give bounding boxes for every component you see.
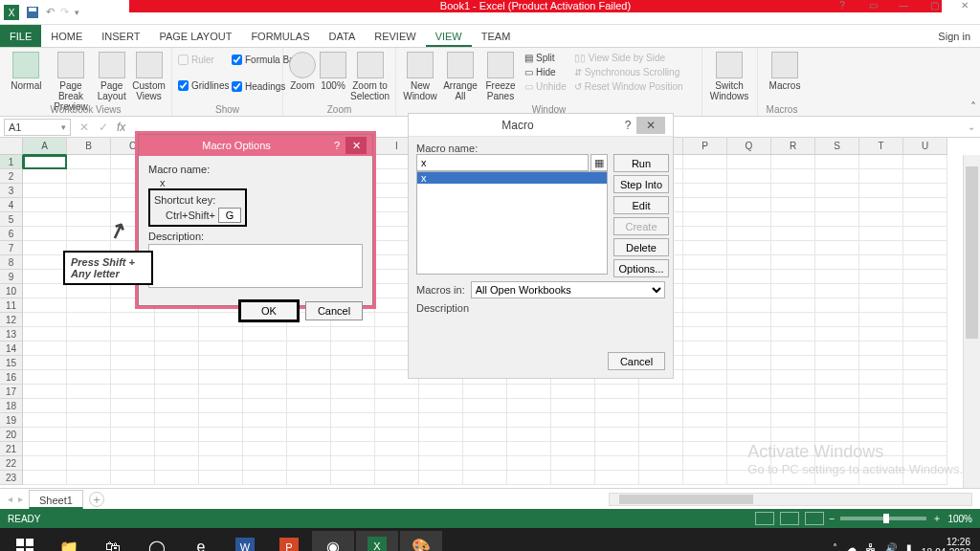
enter-formula-icon[interactable]: ✓ bbox=[94, 121, 113, 134]
switch-windows-button[interactable]: Switch Windows bbox=[706, 50, 752, 103]
zoom-100-button[interactable]: 100% bbox=[318, 50, 348, 103]
help-icon[interactable]: ? bbox=[619, 119, 636, 132]
chevron-down-icon[interactable]: ▾ bbox=[61, 122, 66, 132]
new-sheet-button[interactable]: ＋ bbox=[89, 492, 104, 507]
tab-formulas[interactable]: FORMULAS bbox=[241, 25, 319, 47]
qat-dropdown-icon[interactable]: ▾ bbox=[75, 8, 79, 17]
macros-in-select[interactable]: All Open Workbooks bbox=[471, 281, 665, 298]
collapse-ribbon-icon[interactable]: ˄ bbox=[970, 100, 976, 114]
zoom-out-icon[interactable]: − bbox=[830, 514, 835, 524]
help-icon[interactable]: ? bbox=[827, 0, 858, 12]
macro-name-input[interactable] bbox=[416, 154, 589, 171]
sign-in-link[interactable]: Sign in bbox=[928, 25, 980, 47]
tab-page-layout[interactable]: PAGE LAYOUT bbox=[149, 25, 241, 47]
maximize-icon[interactable]: ▢ bbox=[919, 0, 949, 12]
svg-text:X: X bbox=[373, 540, 381, 551]
svg-rect-5 bbox=[26, 539, 33, 546]
file-explorer-icon[interactable]: 📁 bbox=[48, 531, 90, 551]
undo-icon[interactable]: ↶ bbox=[46, 6, 55, 18]
macros-button[interactable]: Macros bbox=[762, 50, 808, 93]
tab-view[interactable]: VIEW bbox=[426, 25, 472, 47]
start-button[interactable] bbox=[4, 531, 46, 551]
reference-icon[interactable]: ▦ bbox=[590, 154, 608, 171]
cortana-icon[interactable]: ◯ bbox=[136, 531, 178, 551]
onedrive-icon[interactable]: ☁ bbox=[847, 542, 857, 552]
expand-formula-bar-icon[interactable]: ⌄ bbox=[963, 121, 980, 132]
group-label: Workbook Views bbox=[0, 104, 171, 115]
volume-icon[interactable]: 🔊 bbox=[885, 542, 897, 552]
powerpoint-icon[interactable]: P bbox=[268, 531, 310, 551]
ok-button[interactable]: OK bbox=[240, 301, 298, 320]
shortcut-key-input[interactable] bbox=[218, 208, 241, 223]
split-button[interactable]: ▤ Split bbox=[523, 52, 568, 64]
zoom-in-icon[interactable]: ＋ bbox=[932, 512, 942, 525]
gridlines-checkbox[interactable] bbox=[178, 80, 189, 91]
clock[interactable]: 12:2618-04-2020 bbox=[922, 537, 970, 551]
close-icon[interactable]: ✕ bbox=[949, 0, 980, 12]
tab-file[interactable]: FILE bbox=[0, 25, 41, 47]
tab-team[interactable]: TEAM bbox=[472, 25, 521, 47]
horizontal-scrollbar[interactable] bbox=[609, 493, 972, 506]
minimize-icon[interactable]: — bbox=[888, 0, 919, 12]
vertical-scrollbar[interactable] bbox=[963, 155, 980, 488]
macro-name-label: Macro name: bbox=[416, 143, 665, 154]
formula-bar-checkbox[interactable] bbox=[232, 55, 242, 65]
edit-button[interactable]: Edit bbox=[613, 196, 669, 214]
page-break-view-icon[interactable] bbox=[805, 512, 824, 525]
battery-icon[interactable]: ▮ bbox=[906, 542, 912, 552]
fx-icon[interactable]: fx bbox=[113, 121, 129, 134]
status-bar: READY − ＋ 100% bbox=[0, 509, 980, 528]
svg-rect-3 bbox=[29, 8, 36, 11]
sheet-nav-prev-icon[interactable]: ◂ bbox=[8, 494, 12, 504]
name-box[interactable]: A1▾ bbox=[4, 119, 71, 136]
delete-button[interactable]: Delete bbox=[613, 238, 669, 256]
freeze-panes-button[interactable]: Freeze Panes bbox=[480, 50, 521, 103]
macros-in-label: Macros in: bbox=[416, 284, 465, 296]
excel-taskbar-icon[interactable]: X bbox=[356, 531, 398, 551]
tray-up-icon[interactable]: ˄ bbox=[833, 542, 837, 552]
ribbon-display-icon[interactable]: ▭ bbox=[858, 0, 888, 12]
arrange-all-button[interactable]: Arrange All bbox=[440, 50, 480, 103]
close-icon[interactable]: ✕ bbox=[636, 117, 665, 134]
network-icon[interactable]: 🖧 bbox=[866, 542, 876, 552]
paint-icon[interactable]: 🎨 bbox=[400, 531, 442, 551]
zoom-level[interactable]: 100% bbox=[947, 514, 972, 524]
zoom-button[interactable]: Zoom bbox=[287, 50, 318, 103]
row-headers[interactable]: 1234567891011121314151617181920212223 bbox=[0, 155, 23, 485]
unhide-button: ▭ Unhide bbox=[523, 80, 568, 93]
cancel-formula-icon[interactable]: ✕ bbox=[75, 121, 94, 134]
new-window-button[interactable]: New Window bbox=[400, 50, 440, 103]
chrome-icon[interactable]: ◉ bbox=[312, 531, 354, 551]
cancel-button[interactable]: Cancel bbox=[608, 352, 665, 370]
page-layout-view-icon[interactable] bbox=[780, 512, 799, 525]
close-icon[interactable]: ✕ bbox=[345, 137, 367, 154]
edge-icon[interactable]: e bbox=[180, 531, 222, 551]
headings-checkbox[interactable] bbox=[232, 81, 242, 92]
word-icon[interactable]: W bbox=[224, 531, 266, 551]
cancel-button[interactable]: Cancel bbox=[305, 301, 363, 320]
hide-button[interactable]: ▭ Hide bbox=[523, 66, 568, 78]
run-button[interactable]: Run bbox=[613, 154, 669, 172]
sheet-nav-next-icon[interactable]: ▸ bbox=[18, 494, 23, 504]
ruler-checkbox bbox=[178, 55, 189, 65]
macro-list[interactable]: x bbox=[416, 171, 608, 275]
select-all-corner[interactable] bbox=[0, 138, 23, 155]
normal-view-icon[interactable] bbox=[755, 512, 774, 525]
tab-insert[interactable]: INSERT bbox=[92, 25, 149, 47]
shortcut-key-label: Shortcut key: bbox=[154, 194, 241, 206]
options-button[interactable]: Options... bbox=[613, 259, 669, 277]
help-icon[interactable]: ? bbox=[328, 140, 345, 151]
svg-text:W: W bbox=[240, 541, 251, 551]
save-icon[interactable] bbox=[25, 5, 40, 20]
description-textarea[interactable] bbox=[148, 244, 363, 288]
zoom-slider[interactable] bbox=[840, 517, 926, 520]
list-item[interactable]: x bbox=[417, 172, 607, 184]
step-into-button[interactable]: Step Into bbox=[613, 175, 669, 193]
zoom-to-selection-button[interactable]: Zoom to Selection bbox=[348, 50, 391, 103]
tab-data[interactable]: DATA bbox=[320, 25, 366, 47]
tab-review[interactable]: REVIEW bbox=[365, 25, 425, 47]
redo-icon[interactable]: ↷ bbox=[60, 6, 69, 18]
store-icon[interactable]: 🛍 bbox=[92, 531, 134, 551]
sheet-tab[interactable]: Sheet1 bbox=[29, 490, 83, 509]
tab-home[interactable]: HOME bbox=[41, 25, 92, 47]
